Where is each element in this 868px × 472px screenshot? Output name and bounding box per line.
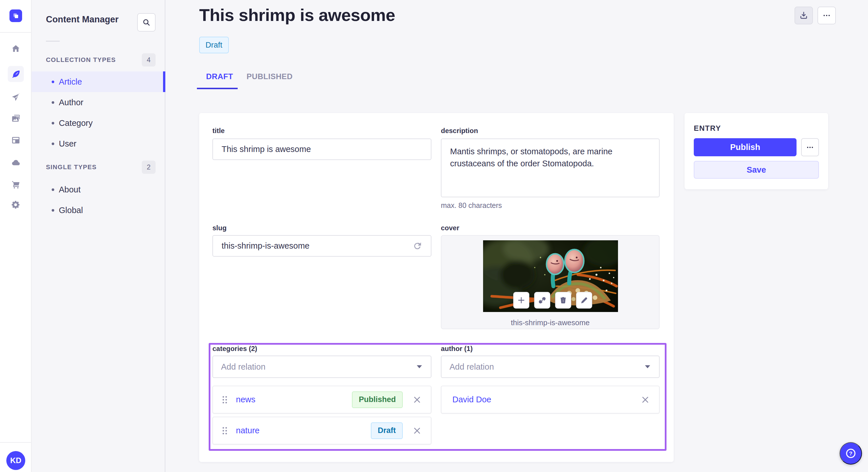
releases-nav-button[interactable] xyxy=(8,90,24,105)
cover-delete-button[interactable] xyxy=(555,292,571,308)
sidebar-item-label: User xyxy=(59,139,76,148)
home-nav-button[interactable] xyxy=(8,41,24,57)
deploy-cloud-nav-button[interactable] xyxy=(8,155,24,171)
feather-pen-icon xyxy=(11,69,21,79)
marketplace-nav-button[interactable] xyxy=(8,176,24,193)
sidebar-item-label: Author xyxy=(59,98,83,107)
categories-select-placeholder: Add relation xyxy=(221,362,416,372)
relation-status-badge: Published xyxy=(352,392,403,408)
remove-relation-button[interactable] xyxy=(411,394,423,405)
tab-draft[interactable]: DRAFT xyxy=(206,72,233,81)
tab-published[interactable]: PUBLISHED xyxy=(247,72,293,81)
user-avatar[interactable]: KD xyxy=(6,451,25,470)
relation-link-david-doe[interactable]: David Doe xyxy=(453,395,640,404)
description-field-label: description xyxy=(441,127,478,135)
relation-link-news[interactable]: news xyxy=(236,395,352,404)
bullet-icon xyxy=(52,189,54,191)
header-more-button[interactable] xyxy=(817,7,836,24)
sidebar-item-user[interactable]: User xyxy=(32,133,165,154)
bullet-icon xyxy=(52,142,54,145)
bullet-icon xyxy=(52,122,54,125)
categories-field-label: categories (2) xyxy=(212,345,257,353)
settings-nav-button[interactable] xyxy=(8,197,24,213)
relation-status-badge: Draft xyxy=(371,423,403,439)
help-button[interactable]: ? xyxy=(840,442,862,465)
description-textarea[interactable]: Mantis shrimps, or stomatopods, are mari… xyxy=(441,138,660,197)
export-download-button[interactable] xyxy=(795,7,813,24)
author-field-label: author (1) xyxy=(441,345,473,353)
close-icon xyxy=(413,427,422,435)
author-select-placeholder: Add relation xyxy=(450,362,644,372)
active-tab-underline xyxy=(197,88,238,89)
question-mark-icon: ? xyxy=(845,447,857,460)
entry-more-button[interactable] xyxy=(801,138,819,156)
sidebar-item-label: Category xyxy=(59,119,93,128)
title-input[interactable] xyxy=(212,138,431,160)
sidebar-item-article[interactable]: Article xyxy=(32,71,165,92)
more-horizontal-icon xyxy=(806,143,814,152)
cover-field: this-shrimp-is-awesome xyxy=(441,235,660,329)
svg-text:?: ? xyxy=(849,450,852,457)
save-button[interactable]: Save xyxy=(694,161,819,179)
sidebar-item-label: About xyxy=(59,185,81,194)
strapi-logo[interactable] xyxy=(9,9,22,22)
single-types-header: SINGLE TYPES xyxy=(46,164,97,171)
description-hint: max. 80 characters xyxy=(441,201,502,210)
single-types-count-badge: 2 xyxy=(142,161,156,174)
close-icon xyxy=(641,396,650,404)
publish-button[interactable]: Publish xyxy=(694,138,797,156)
status-badge: Draft xyxy=(199,37,229,53)
collection-types-header: COLLECTION TYPES xyxy=(46,56,116,64)
collection-types-count-badge: 4 xyxy=(142,53,156,67)
slug-field-label: slug xyxy=(212,224,226,232)
paper-plane-icon xyxy=(11,93,21,102)
slug-input[interactable] xyxy=(212,235,431,257)
layout-icon xyxy=(11,135,21,145)
sidebar-item-global[interactable]: Global xyxy=(32,200,165,221)
relation-row-news: news Published xyxy=(212,386,431,413)
trash-icon xyxy=(559,296,567,304)
cover-field-label: cover xyxy=(441,224,459,232)
rail-divider xyxy=(0,32,31,33)
sidebar-item-category[interactable]: Category xyxy=(32,113,165,133)
content-manager-nav-button[interactable] xyxy=(8,66,24,82)
categories-add-relation-select[interactable]: Add relation xyxy=(212,356,431,378)
regenerate-slug-button[interactable] xyxy=(412,241,423,251)
chevron-down-icon xyxy=(416,364,423,369)
cover-add-button[interactable] xyxy=(513,292,529,308)
relation-row-david-doe: David Doe xyxy=(441,386,660,413)
remove-relation-button[interactable] xyxy=(411,425,423,436)
media-images-icon xyxy=(11,113,21,123)
content-manager-sidebar: Content Manager COLLECTION TYPES 4 Artic… xyxy=(32,0,165,472)
cloud-icon xyxy=(11,158,21,167)
edit-form-card: title description Mantis shrimps, or sto… xyxy=(199,113,674,462)
sidebar-divider xyxy=(46,41,60,42)
sidebar-item-author[interactable]: Author xyxy=(32,92,165,113)
sidebar-item-label: Global xyxy=(59,206,83,215)
cover-edit-button[interactable] xyxy=(576,292,592,308)
shopping-cart-icon xyxy=(11,179,21,189)
relation-link-nature[interactable]: nature xyxy=(236,426,371,435)
chevron-down-icon xyxy=(644,364,651,369)
drag-handle-icon[interactable] xyxy=(221,395,228,405)
refresh-icon xyxy=(412,241,423,251)
search-icon xyxy=(142,18,151,27)
main-content: This shrimp is awesome Draft DRAFT PUBLI… xyxy=(165,0,868,472)
close-icon xyxy=(413,396,422,404)
content-type-builder-nav-button[interactable] xyxy=(8,132,24,148)
remove-relation-button[interactable] xyxy=(640,394,651,405)
cover-copy-link-button[interactable] xyxy=(534,292,550,308)
title-field-label: title xyxy=(212,127,225,135)
home-icon xyxy=(11,44,21,54)
sidebar-item-about[interactable]: About xyxy=(32,179,165,200)
sidebar-title: Content Manager xyxy=(46,14,119,25)
download-icon xyxy=(799,11,808,20)
gear-icon xyxy=(11,200,21,210)
search-button[interactable] xyxy=(137,13,156,32)
drag-handle-icon[interactable] xyxy=(221,426,228,436)
author-add-relation-select[interactable]: Add relation xyxy=(441,356,660,378)
cover-actions-toolbar xyxy=(513,292,592,308)
media-library-nav-button[interactable] xyxy=(8,110,24,127)
strapi-logo-icon xyxy=(12,12,20,20)
strapi-content-manager-screen: KD Content Manager COLLECTION TYPES 4 Ar… xyxy=(0,0,868,472)
